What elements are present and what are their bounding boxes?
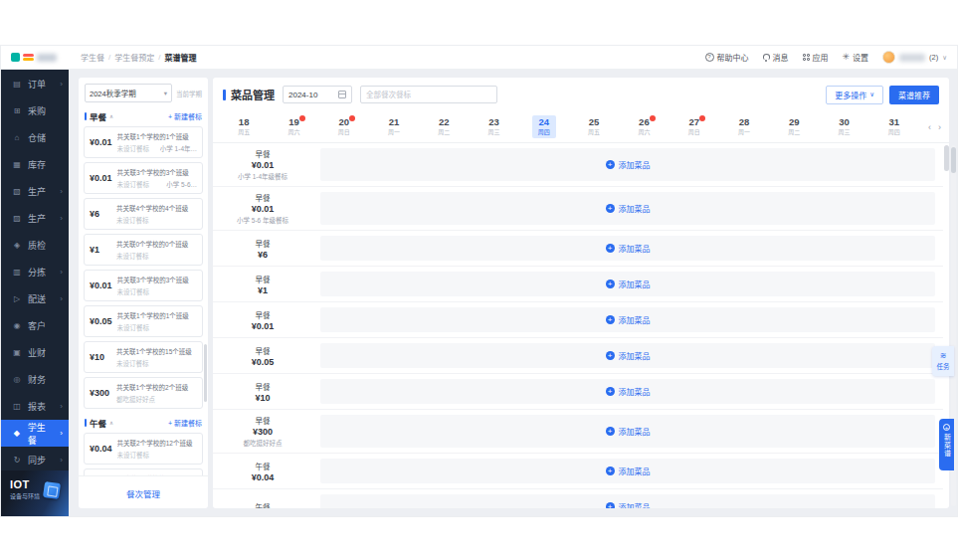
new-meal-standard-link[interactable]: + 新建餐标 xyxy=(168,418,202,428)
iot-panel[interactable]: IOT 设备与环境 xyxy=(1,470,69,516)
add-dish-label: 添加菜品 xyxy=(619,314,651,325)
task-float-button[interactable]: ≋ 任务 xyxy=(932,346,954,376)
sidebar-item-订单[interactable]: ▤订单› xyxy=(1,71,69,97)
add-dish-button[interactable]: +添加菜品 xyxy=(320,192,935,225)
settings-button[interactable]: ✳ 设置 xyxy=(843,52,869,63)
add-dish-button[interactable]: +添加菜品 xyxy=(320,494,935,508)
add-dish-button[interactable]: +添加菜品 xyxy=(320,415,935,448)
date-cell-29[interactable]: 29周二 xyxy=(769,111,819,142)
date-cell-23[interactable]: 23周三 xyxy=(469,111,518,142)
date-strip-cells: 18周五19周六20周日21周一22周二23周三24周四25周五26周六27周日… xyxy=(219,111,919,142)
meal-card-list: 早餐∧+ 新建餐标¥0.01共关联1个学校的1个班级未设订餐标小学 1-4年…¥… xyxy=(79,106,208,475)
sidebar-item-同步[interactable]: ↻同步› xyxy=(1,447,69,470)
date-cell-24[interactable]: 24周四 xyxy=(519,111,569,142)
user-menu[interactable]: (2) ∨ xyxy=(882,51,947,64)
apps-button[interactable]: 应用 xyxy=(803,52,829,63)
meal-standard-card[interactable]: ¥0.05共关联1个学校的1个班级未设订餐标 xyxy=(84,305,203,337)
meal-standard-card[interactable]: ¥0.01共关联3个学校的3个班级未设订餐标 xyxy=(84,270,203,301)
meal-standard-card[interactable]: ¥0.01共关联1个学校的1个班级未设订餐标小学 1-4年… xyxy=(84,126,203,158)
more-actions-button[interactable]: 更多操作 ∨ xyxy=(826,86,883,104)
sidebar-item-分拣[interactable]: ▥分拣› xyxy=(1,259,69,285)
sidebar-item-库存[interactable]: ▦库存 xyxy=(1,151,69,178)
date-number: 30 xyxy=(839,117,850,128)
meal-standard-card[interactable]: ¥300共关联1个学校的2个班级都吃挺好好点 xyxy=(84,377,203,409)
add-dish-button[interactable]: +添加菜品 xyxy=(320,148,935,181)
left-panel-scrollbar[interactable] xyxy=(204,344,207,402)
date-cell-20[interactable]: 20周日 xyxy=(319,111,369,142)
add-dish-button[interactable]: +添加菜品 xyxy=(320,379,935,404)
recipe-recommend-button[interactable]: 菜谱推荐 xyxy=(889,86,939,104)
menu-row: 早餐¥0.01+添加菜品 xyxy=(213,302,943,338)
panel-scrollbar[interactable] xyxy=(944,145,949,171)
sidebar-item-生产[interactable]: ▧生产› xyxy=(1,178,69,205)
meal-card-note-row: 未设订餐标 xyxy=(116,215,197,225)
meal-standard-card[interactable]: ¥0.04共关联2个学校的12个班级未设订餐标 xyxy=(84,433,203,465)
date-cell-22[interactable]: 22周二 xyxy=(419,111,469,142)
add-dish-button[interactable]: +添加菜品 xyxy=(320,343,935,368)
help-center-button[interactable]: ? 帮助中心 xyxy=(705,52,749,63)
add-dish-button[interactable]: +添加菜品 xyxy=(320,459,935,483)
meal-standard-card[interactable]: ¥0.01共关联3个学校的3个班级未设订餐标小学 5-6… xyxy=(84,162,203,194)
date-cell-21[interactable]: 21周一 xyxy=(369,111,419,142)
sidebar-item-学生餐[interactable]: ◆学生餐› xyxy=(1,420,69,447)
meal-time-manage-link[interactable]: 餐次管理 xyxy=(126,489,160,499)
username-blurred xyxy=(899,54,925,62)
menu-row-label: 早餐¥6 xyxy=(213,231,312,266)
date-cell-31[interactable]: 31周四 xyxy=(869,111,919,142)
date-cell-26[interactable]: 26周六 xyxy=(619,111,669,142)
menu-rows: 早餐¥0.01小学 1-4年级餐标+添加菜品早餐¥0.01小学 5-6 年级餐标… xyxy=(213,143,943,508)
sidebar-item-采购[interactable]: ⊞采购 xyxy=(1,97,69,124)
menu-row-content: +添加菜品 xyxy=(312,374,943,409)
sidebar-item-财务[interactable]: ◎财务 xyxy=(1,366,69,393)
add-dish-button[interactable]: +添加菜品 xyxy=(320,236,935,261)
date-cell-30[interactable]: 30周三 xyxy=(819,111,868,142)
search-input[interactable] xyxy=(366,91,491,99)
menu-row-label: 早餐¥1 xyxy=(213,267,312,301)
meal-standard-card[interactable]: ¥1共关联0个学校的0个班级未设订餐标 xyxy=(84,234,203,266)
sidebar-item-客户[interactable]: ◉客户 xyxy=(1,312,69,339)
rest-day-badge xyxy=(299,115,305,121)
add-dish-button[interactable]: +添加菜品 xyxy=(320,272,935,296)
date-cell-25[interactable]: 25周五 xyxy=(569,111,619,142)
date-cell-28[interactable]: 28周一 xyxy=(719,111,769,142)
next-dates-button[interactable]: › xyxy=(938,122,941,132)
prev-dates-button[interactable]: ‹ xyxy=(928,122,931,132)
chevron-right-icon: › xyxy=(60,80,63,89)
messages-button[interactable]: 消息 xyxy=(763,52,789,63)
sidebar-item-仓储[interactable]: ⌂仓储 xyxy=(1,124,69,151)
date-number: 27 xyxy=(688,117,699,128)
page-scrollbar-thumb[interactable] xyxy=(951,147,956,173)
month-picker[interactable]: 2024-10 xyxy=(283,86,352,103)
breadcrumb-item[interactable]: 学生餐预定 xyxy=(114,52,154,63)
date-cell-18[interactable]: 18周五 xyxy=(219,111,269,142)
meal-price: ¥0.01 xyxy=(90,280,112,290)
sidebar-item-报表[interactable]: ◫报表› xyxy=(1,393,69,420)
meal-standard-card[interactable]: ¥15共关联4个学校的4个班级未设订餐标 xyxy=(84,468,203,475)
meal-standard-card[interactable]: ¥10共关联1个学校的15个班级未设订餐标 xyxy=(84,341,203,373)
add-dish-button[interactable]: +添加菜品 xyxy=(320,307,935,332)
term-select[interactable]: 2024秋季学期 ▾ xyxy=(85,84,172,102)
sidebar-item-label: 库存 xyxy=(28,158,46,171)
date-cell-19[interactable]: 19周六 xyxy=(269,111,318,142)
meal-subtitle: 小学 5-6 年级餐标 xyxy=(237,215,288,225)
sidebar-item-配送[interactable]: ▷配送› xyxy=(1,285,69,312)
date-number: 20 xyxy=(338,117,349,128)
menu-row-content: +添加菜品 xyxy=(312,231,943,266)
new-meal-standard-link[interactable]: + 新建餐标 xyxy=(168,111,202,121)
menu-row: 早餐¥300都吃挺好好点+添加菜品 xyxy=(213,410,943,454)
breadcrumb-item[interactable]: 学生餐 xyxy=(81,52,104,63)
menu-row: 早餐¥10+添加菜品 xyxy=(213,374,943,410)
meal-price: ¥10 xyxy=(255,393,270,403)
rest-day-badge xyxy=(650,115,656,121)
sidebar-item-质检[interactable]: ◈质检 xyxy=(1,232,69,259)
meal-standard-card[interactable]: ¥6共关联4个学校的4个班级未设订餐标 xyxy=(84,198,203,230)
meal-card-note: 未设订餐标 xyxy=(117,450,150,460)
sidebar-item-label: 客户 xyxy=(28,319,46,332)
new-recipe-float-button[interactable]: + 新菜谱 xyxy=(939,419,954,470)
date-cell-inner: 30周三 xyxy=(833,115,857,139)
sidebar-item-业财[interactable]: ▣业财 xyxy=(1,339,69,366)
date-cell-27[interactable]: 27周日 xyxy=(670,111,719,142)
meal-price: ¥0.01 xyxy=(252,321,275,331)
chevron-right-icon: › xyxy=(60,402,63,411)
sidebar-item-生产[interactable]: ▨生产› xyxy=(1,205,69,232)
